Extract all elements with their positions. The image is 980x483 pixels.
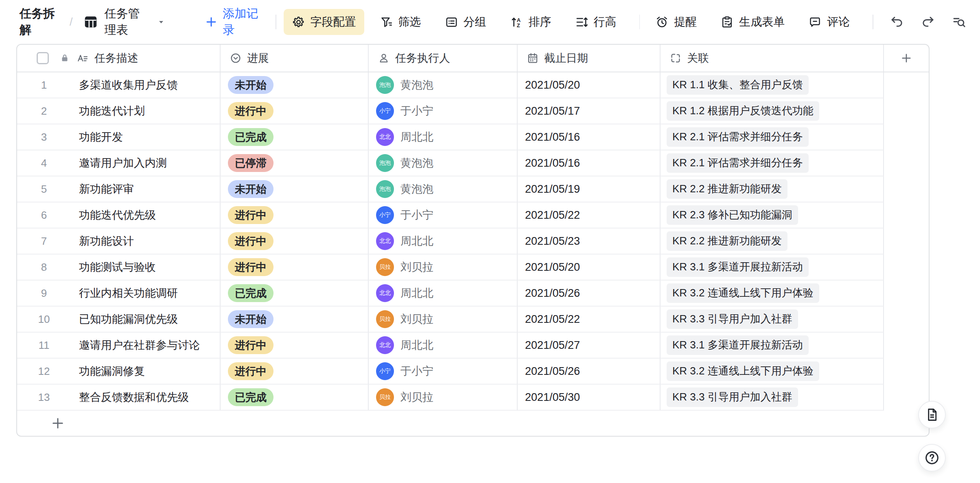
select-all-checkbox[interactable] [37,52,49,64]
comment-button[interactable]: 评论 [800,9,858,35]
table-row[interactable]: 13 整合反馈数据和优先级 已完成 贝拉 刘贝拉 2021/05/30 KR 3… [17,385,929,411]
generate-form-button[interactable]: 生成表单 [712,9,793,35]
task-description-cell[interactable]: 新功能评审 [79,182,134,196]
document-fab-button[interactable] [918,401,946,429]
sort-button[interactable]: AZ 排序 [502,9,560,35]
task-description-cell[interactable]: 功能迭代优先级 [79,208,156,222]
status-badge[interactable]: 已完成 [228,128,273,146]
relation-tag[interactable]: KR 2.2 推进新功能研发 [667,231,788,250]
task-description-cell[interactable]: 邀请用户加入内测 [79,156,167,170]
due-date-cell[interactable]: 2021/05/23 [525,235,580,248]
assignee-name: 周北北 [400,286,433,300]
header-relation[interactable]: 关联 [661,45,884,72]
table-body: 1 多渠道收集用户反馈 未开始 泡泡 黄泡泡 2021/05/20 KR 1.1… [17,72,929,411]
header-task[interactable]: 任务描述 [17,45,221,72]
due-date-cell[interactable]: 2021/05/22 [525,313,580,326]
status-badge[interactable]: 进行中 [228,232,273,250]
sort-az-icon: AZ [510,15,523,29]
avatar: 贝拉 [376,388,394,406]
status-badge[interactable]: 未开始 [228,76,273,94]
relation-tag[interactable]: KR 2.1 评估需求并细分任务 [667,127,809,146]
due-date-cell[interactable]: 2021/05/27 [525,339,580,352]
relation-tag[interactable]: KR 2.2 推进新功能研发 [667,179,788,198]
table-row[interactable]: 12 功能漏洞修复 进行中 小宁 于小宁 2021/05/26 KR 3.2 连… [17,359,929,385]
task-description-cell[interactable]: 行业内相关功能调研 [79,286,178,300]
table-row[interactable]: 11 邀请用户在社群参与讨论 进行中 北北 周北北 2021/05/27 KR … [17,333,929,359]
status-badge[interactable]: 进行中 [228,362,273,381]
table-header-row: 任务描述 进展 任务执行人 截止日期 关联 [17,45,929,72]
relation-tag[interactable]: KR 3.1 多渠道开展拉新活动 [667,335,809,355]
relation-tag[interactable]: KR 3.1 多渠道开展拉新活动 [667,257,809,276]
assignee-name: 周北北 [400,338,433,352]
due-date-cell[interactable]: 2021/05/26 [525,365,580,378]
row-height-icon [575,15,588,29]
table-row[interactable]: 4 邀请用户加入内测 已停滞 泡泡 黄泡泡 2021/05/16 KR 2.1 … [17,150,929,176]
due-date-cell[interactable]: 2021/05/20 [525,261,580,274]
task-description-cell[interactable]: 邀请用户在社群参与讨论 [79,338,200,352]
avatar-badge-text: 泡泡 [379,159,391,167]
status-badge[interactable]: 已完成 [228,388,273,407]
task-description-cell[interactable]: 功能开发 [79,130,123,144]
relation-tag[interactable]: KR 3.2 连通线上线下用户体验 [667,361,819,381]
table-switcher[interactable]: 任务管理表 [83,6,166,38]
table-row[interactable]: 10 已知功能漏洞优先级 未开始 贝拉 刘贝拉 2021/05/22 KR 3.… [17,307,929,333]
relation-tag[interactable]: KR 2.3 修补已知功能漏洞 [667,205,798,224]
due-date-cell[interactable]: 2021/05/19 [525,183,580,196]
task-description-cell[interactable]: 功能迭代计划 [79,104,145,118]
due-date-cell[interactable]: 2021/05/16 [525,131,580,144]
relation-tag[interactable]: KR 2.1 评估需求并细分任务 [667,153,809,172]
remind-button[interactable]: 提醒 [647,9,705,35]
status-badge[interactable]: 已停滞 [228,154,273,172]
add-record-button[interactable]: 添加记录 [205,6,260,38]
relation-tag[interactable]: KR 3.3 引导用户加入社群 [667,387,798,407]
due-date-cell[interactable]: 2021/05/20 [525,79,580,91]
status-badge[interactable]: 未开始 [228,310,273,329]
table-row[interactable]: 6 功能迭代优先级 进行中 小宁 于小宁 2021/05/22 KR 2.3 修… [17,202,929,228]
table-row[interactable]: 1 多渠道收集用户反馈 未开始 泡泡 黄泡泡 2021/05/20 KR 1.1… [17,72,929,98]
table-row[interactable]: 3 功能开发 已完成 北北 周北北 2021/05/16 KR 2.1 评估需求… [17,124,929,150]
due-date-cell[interactable]: 2021/05/30 [525,391,580,404]
table-row[interactable]: 7 新功能设计 进行中 北北 周北北 2021/05/23 KR 2.2 推进新… [17,228,929,255]
task-description-cell[interactable]: 功能漏洞修复 [79,364,145,379]
relation-tag[interactable]: KR 1.2 根据用户反馈迭代功能 [667,101,819,120]
due-date-cell[interactable]: 2021/05/17 [525,105,580,117]
header-progress[interactable]: 进展 [221,45,369,72]
avatar: 北北 [376,232,394,250]
due-date-cell[interactable]: 2021/05/26 [525,287,580,300]
status-badge[interactable]: 进行中 [228,258,273,276]
assignee-name: 黄泡泡 [400,156,433,170]
field-config-button[interactable]: 字段配置 [284,9,364,35]
relation-tag[interactable]: KR 3.3 引导用户加入社群 [667,309,798,329]
due-date-cell[interactable]: 2021/05/16 [525,157,580,170]
relation-tag[interactable]: KR 1.1 收集、整合用户反馈 [667,75,809,94]
add-column-button[interactable] [884,45,929,72]
table-row[interactable]: 5 新功能评审 未开始 泡泡 黄泡泡 2021/05/19 KR 2.2 推进新… [17,176,929,202]
row-number: 1 [32,79,56,91]
status-badge[interactable]: 进行中 [228,336,273,355]
task-description-cell[interactable]: 已知功能漏洞优先级 [79,312,178,326]
due-date-cell[interactable]: 2021/05/22 [525,209,580,222]
table-row[interactable]: 9 行业内相关功能调研 已完成 北北 周北北 2021/05/26 KR 3.2… [17,281,929,307]
table-row[interactable]: 8 功能测试与验收 进行中 贝拉 刘贝拉 2021/05/20 KR 3.1 多… [17,255,929,281]
table-row[interactable]: 2 功能迭代计划 进行中 小宁 于小宁 2021/05/17 KR 1.2 根据… [17,98,929,124]
task-description-cell[interactable]: 新功能设计 [79,234,134,248]
relation-tag[interactable]: KR 3.2 连通线上线下用户体验 [667,283,819,302]
task-description-cell[interactable]: 功能测试与验收 [79,260,156,274]
group-button[interactable]: 分组 [437,9,494,35]
header-due-date[interactable]: 截止日期 [518,45,661,72]
undo-button[interactable] [890,15,904,29]
status-badge[interactable]: 未开始 [228,180,273,198]
task-description-cell[interactable]: 多渠道收集用户反馈 [79,78,178,92]
status-badge[interactable]: 进行中 [228,102,273,120]
filter-button[interactable]: 筛选 [372,9,429,35]
status-badge[interactable]: 已完成 [228,284,273,302]
header-assignee[interactable]: 任务执行人 [369,45,518,72]
status-badge[interactable]: 进行中 [228,206,273,224]
add-record-row-button[interactable] [17,411,929,436]
search-records-button[interactable] [952,15,966,29]
row-height-button[interactable]: 行高 [567,9,625,35]
task-description-cell[interactable]: 整合反馈数据和优先级 [79,390,189,405]
redo-button[interactable] [921,15,935,29]
help-fab-button[interactable] [918,444,946,472]
row-number: 9 [32,287,56,300]
